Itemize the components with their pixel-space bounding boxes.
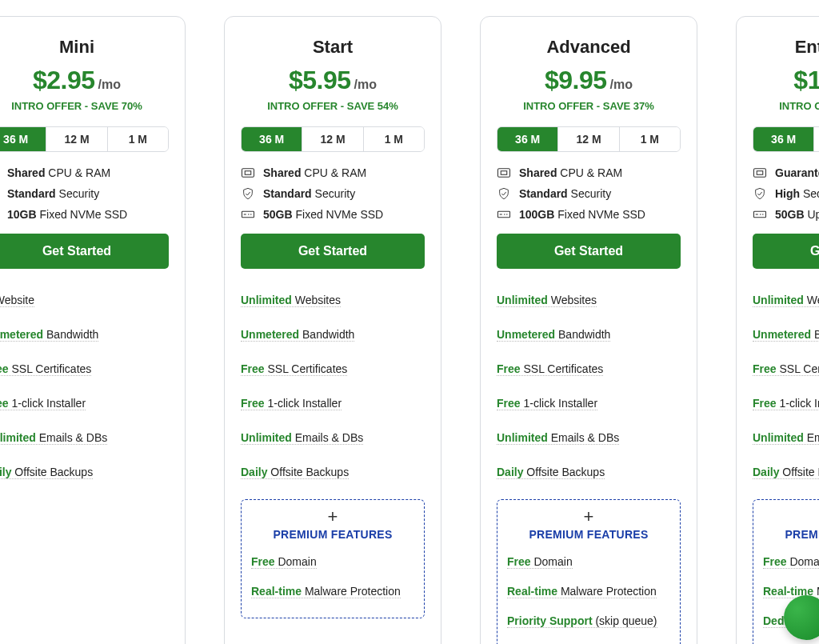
- spec-text: Guaranteed CPU & RAM: [775, 166, 819, 179]
- premium-feature-item: Real-time Malware Protection: [507, 585, 657, 598]
- feature-list: Unlimited WebsitesUnmetered BandwidthFre…: [241, 283, 425, 490]
- feature-item: Free 1-click Installer: [753, 397, 819, 410]
- price-period: /mo: [610, 78, 633, 91]
- svg-rect-6: [242, 169, 254, 178]
- spec-text: Standard Security: [7, 187, 99, 200]
- premium-feature-list: Free DomainReal-time Malware Protection: [251, 547, 414, 606]
- spec-row: High Security: [753, 187, 819, 200]
- plus-icon: +: [507, 508, 670, 526]
- premium-feature-item: Free Domain: [763, 555, 819, 569]
- get-started-button[interactable]: Get Started: [0, 234, 169, 269]
- term-option[interactable]: 36 M: [0, 127, 46, 151]
- premium-feature-item: Priority Support (skip queue): [507, 614, 657, 628]
- spec-text: High Security: [775, 187, 819, 200]
- shield-icon: [497, 187, 511, 200]
- price-row: $2.95/mo: [0, 66, 169, 95]
- feature-item: Unlimited Emails & DBs: [0, 431, 107, 445]
- feature-list: 1 WebsiteUnmetered BandwidthFree SSL Cer…: [0, 283, 169, 490]
- term-selector: 36 M12 M1 M: [497, 126, 681, 152]
- term-selector: 36 M12 M1 M: [0, 126, 169, 152]
- premium-feature-item: Free Domain: [507, 555, 573, 569]
- premium-box: +PREMIUM FEATURESFree DomainReal-time Ma…: [497, 499, 681, 644]
- feature-item: Free 1-click Installer: [0, 397, 86, 410]
- price-period: /mo: [98, 78, 121, 91]
- pricing-card: Highest Speed & SecurityEntry Cloud$14.9…: [736, 16, 819, 644]
- spec-text: Shared CPU & RAM: [519, 166, 622, 179]
- feature-item: Unlimited Emails & DBs: [497, 431, 619, 445]
- feature-item: Free SSL Certificates: [0, 362, 91, 376]
- spec-text: 100GB Fixed NVMe SSD: [519, 208, 645, 221]
- pricing-card: Mini$2.95/moINTRO OFFER - SAVE 70%36 M12…: [0, 16, 186, 644]
- get-started-button[interactable]: Get Started: [497, 234, 681, 269]
- plan-name: Start: [241, 37, 425, 58]
- svg-rect-7: [245, 171, 251, 175]
- feature-item: Free SSL Certificates: [497, 362, 603, 376]
- price-row: $14.95/mo: [753, 66, 819, 95]
- feature-item: Unlimited Websites: [497, 294, 597, 307]
- premium-title: PREMIUM FEATURES: [251, 528, 414, 541]
- premium-title: PREMIUM FEATURES: [763, 528, 819, 541]
- spec-row: 50GB Upgradeable NVMe SSD: [753, 208, 819, 221]
- spec-list: Shared CPU & RAMStandard Security100GB F…: [497, 166, 681, 221]
- spec-text: Shared CPU & RAM: [7, 166, 110, 179]
- feature-item: 1 Website: [0, 294, 34, 307]
- term-option[interactable]: 36 M: [242, 127, 302, 151]
- price-period: /mo: [354, 78, 377, 91]
- spec-row: Standard Security: [497, 187, 681, 200]
- spec-row: Shared CPU & RAM: [241, 166, 425, 179]
- price-value: $14.95: [793, 66, 819, 94]
- feature-list: Unlimited WebsitesUnmetered BandwidthFre…: [753, 283, 819, 490]
- feature-item: Unlimited Emails & DBs: [753, 431, 819, 445]
- spec-list: Shared CPU & RAMStandard Security50GB Fi…: [241, 166, 425, 221]
- svg-rect-12: [498, 169, 510, 178]
- feature-item: Daily Offsite Backups: [753, 466, 819, 479]
- get-started-button[interactable]: Get Started: [753, 234, 819, 269]
- premium-feature-item: Free Domain: [251, 555, 317, 569]
- spec-row: 50GB Fixed NVMe SSD: [241, 208, 425, 221]
- premium-feature-list: Free DomainReal-time Malware ProtectionP…: [507, 547, 670, 636]
- cpu-icon: [753, 166, 767, 179]
- spec-text: Standard Security: [519, 187, 611, 200]
- term-option[interactable]: 1 M: [107, 127, 168, 151]
- term-option[interactable]: 1 M: [619, 127, 680, 151]
- spec-text: 50GB Upgradeable NVMe SSD: [775, 208, 819, 221]
- price-row: $9.95/mo: [497, 66, 681, 95]
- spec-row: 100GB Fixed NVMe SSD: [497, 208, 681, 221]
- premium-box: +PREMIUM FEATURESFree DomainReal-time Ma…: [241, 499, 425, 618]
- term-option[interactable]: 36 M: [753, 127, 813, 151]
- term-option[interactable]: 12 M: [302, 127, 362, 151]
- premium-feature-item: Real-time Malware Protection: [251, 585, 401, 598]
- price-value: $9.95: [545, 66, 607, 94]
- feature-item: Unlimited Emails & DBs: [241, 431, 363, 445]
- get-started-button[interactable]: Get Started: [241, 234, 425, 269]
- cpu-icon: [497, 166, 511, 179]
- price-row: $5.95/mo: [241, 66, 425, 95]
- feature-item: Unlimited Websites: [241, 294, 341, 307]
- feature-item: Free SSL Certificates: [753, 362, 819, 376]
- feature-item: Daily Offsite Backups: [497, 466, 605, 479]
- feature-item: Unmetered Bandwidth: [241, 328, 354, 342]
- feature-item: Unmetered Bandwidth: [497, 328, 610, 342]
- term-option[interactable]: 12 M: [46, 127, 106, 151]
- premium-title: PREMIUM FEATURES: [507, 528, 670, 541]
- term-option[interactable]: 12 M: [557, 127, 618, 151]
- spec-row: Shared CPU & RAM: [497, 166, 681, 179]
- price-value: $2.95: [33, 66, 95, 94]
- term-option[interactable]: 36 M: [497, 127, 557, 151]
- feature-item: Unmetered Bandwidth: [753, 328, 819, 342]
- ssd-icon: [241, 208, 255, 221]
- feature-list: Unlimited WebsitesUnmetered BandwidthFre…: [497, 283, 681, 490]
- svg-rect-19: [757, 171, 763, 175]
- plus-icon: +: [763, 508, 819, 526]
- intro-offer: INTRO OFFER - SAVE 70%: [0, 100, 169, 112]
- shield-icon: [241, 187, 255, 200]
- spec-row: Shared CPU & RAM: [0, 166, 169, 179]
- spec-text: Standard Security: [263, 187, 355, 200]
- pricing-card: Start$5.95/moINTRO OFFER - SAVE 54%36 M1…: [224, 16, 441, 644]
- pricing-card: Advanced$9.95/moINTRO OFFER - SAVE 37%36…: [480, 16, 697, 644]
- svg-rect-18: [754, 169, 766, 178]
- term-option[interactable]: 12 M: [813, 127, 819, 151]
- plan-name: Entry Cloud: [753, 37, 819, 58]
- shield-icon: [753, 187, 767, 200]
- term-option[interactable]: 1 M: [363, 127, 424, 151]
